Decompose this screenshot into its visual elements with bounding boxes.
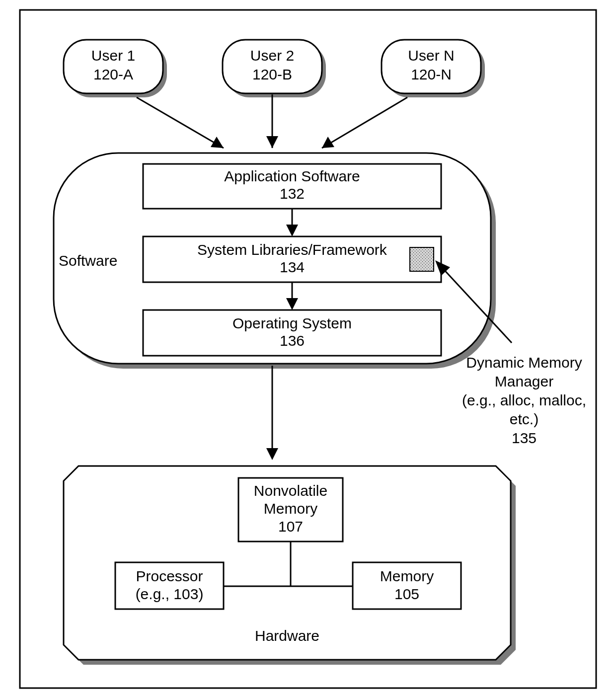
user-name: User 1 xyxy=(91,47,135,64)
svg-line-9 xyxy=(137,97,224,148)
arrow-user2-software xyxy=(266,94,278,148)
app-name: Application Software xyxy=(224,168,360,184)
svg-marker-32 xyxy=(266,448,278,460)
svg-text:Memory: Memory xyxy=(264,500,317,517)
memory-node: Memory 105 xyxy=(353,562,461,609)
system-libraries-node: System Libraries/Framework 134 xyxy=(143,236,441,282)
svg-line-13 xyxy=(322,97,407,148)
svg-text:105: 105 xyxy=(394,586,419,602)
operating-system-node: Operating System 136 xyxy=(143,310,441,356)
nonvolatile-memory-node: Nonvolatile Memory 107 xyxy=(238,478,343,542)
svg-text:Processor: Processor xyxy=(136,568,203,584)
app-id: 132 xyxy=(280,185,305,202)
user-id: 120-A xyxy=(93,66,133,82)
user-name: User 2 xyxy=(250,47,294,64)
os-name: Operating System xyxy=(232,315,352,331)
user-id: 120-B xyxy=(252,66,292,82)
dmm-icon xyxy=(410,247,434,271)
svg-text:(e.g., alloc, malloc,: (e.g., alloc, malloc, xyxy=(462,392,586,408)
processor-node: Processor (e.g., 103) xyxy=(115,562,224,609)
svg-marker-12 xyxy=(266,136,278,148)
dmm-label: Dynamic Memory Manager (e.g., alloc, mal… xyxy=(462,354,586,446)
libs-id: 134 xyxy=(280,259,305,275)
svg-text:Manager: Manager xyxy=(495,373,553,389)
os-id: 136 xyxy=(280,332,305,349)
svg-text:Memory: Memory xyxy=(380,568,434,584)
svg-text:Dynamic Memory: Dynamic Memory xyxy=(466,354,582,371)
user-node-n: User N 120-N xyxy=(382,40,485,97)
svg-text:(e.g., 103): (e.g., 103) xyxy=(136,586,204,602)
arrow-software-hardware xyxy=(266,366,278,460)
svg-text:135: 135 xyxy=(512,430,537,446)
svg-text:107: 107 xyxy=(278,518,303,535)
user-name: User N xyxy=(408,47,454,64)
svg-text:etc.): etc.) xyxy=(510,411,539,427)
svg-text:Nonvolatile: Nonvolatile xyxy=(254,482,327,499)
libs-name: System Libraries/Framework xyxy=(197,241,387,258)
diagram-root: User 1 120-A User 2 120-B User N 120-N S… xyxy=(0,0,616,698)
user-id: 120-N xyxy=(411,66,452,82)
arrow-user1-software xyxy=(137,97,224,148)
software-label: Software xyxy=(59,252,117,269)
arrow-usern-software xyxy=(322,97,407,148)
user-node-2: User 2 120-B xyxy=(223,40,326,97)
user-node-1: User 1 120-A xyxy=(64,40,167,97)
hardware-label: Hardware xyxy=(255,627,319,644)
application-software-node: Application Software 132 xyxy=(143,164,441,209)
